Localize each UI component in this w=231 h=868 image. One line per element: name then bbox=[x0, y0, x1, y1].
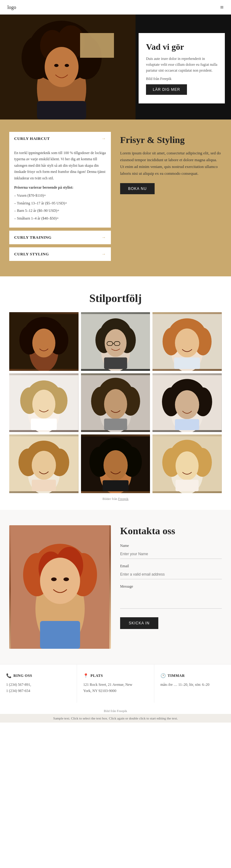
name-label: Name bbox=[120, 544, 222, 548]
portfolio-section: Stilportfölj bbox=[0, 276, 231, 510]
sample-bar: Sample text. Click to select the text bo… bbox=[0, 714, 231, 722]
portfolio-item-3 bbox=[152, 312, 222, 371]
service-tab-styling[interactable]: CURLY STYLING → bbox=[9, 247, 111, 261]
svg-point-46 bbox=[104, 389, 127, 419]
phone-icon: 📞 bbox=[6, 673, 12, 678]
pricing-item-2: – Tonåring 13–17 år ($5–95 USD)+ bbox=[14, 200, 106, 206]
footer-phone: 📞 RING OSS 1 (234) 567-891, 1 (234) 987-… bbox=[0, 664, 77, 703]
footer-phone-title: 📞 RING OSS bbox=[6, 673, 71, 678]
svg-rect-61 bbox=[32, 479, 56, 491]
portfolio-heading: Stilportfölj bbox=[9, 292, 222, 305]
svg-point-9 bbox=[65, 64, 69, 67]
contact-heading: Kontakta oss bbox=[120, 525, 222, 537]
email-field-group: Email bbox=[120, 564, 222, 579]
service-tab-haircut-arrow: → bbox=[102, 136, 106, 141]
footer-location-title: 📍 PLATS bbox=[83, 673, 148, 678]
service-tab-training[interactable]: CURLY TRAINING → bbox=[9, 231, 111, 244]
portfolio-item-5 bbox=[81, 373, 150, 432]
footer-hours-title: 🕐 TIMMAR bbox=[160, 673, 225, 678]
hero-title: Vad vi gör bbox=[146, 42, 218, 52]
svg-point-67 bbox=[104, 450, 128, 480]
services-section: CURLY HAIRCUT → En torrkl ippningsteknik… bbox=[0, 120, 231, 276]
footer-image-source: Bild från Freepik bbox=[0, 707, 231, 714]
portfolio-item-9 bbox=[152, 434, 222, 493]
svg-point-74 bbox=[176, 452, 199, 480]
message-field-group: Message bbox=[120, 584, 222, 610]
svg-point-16 bbox=[32, 329, 55, 358]
submit-button[interactable]: SKICKA IN bbox=[120, 617, 158, 629]
book-now-button[interactable]: BOKA NU bbox=[120, 183, 155, 194]
services-info: Frisyr & Styling Lorem ipsum dolor sit a… bbox=[120, 132, 222, 264]
hero-content-box: Vad vi gör Duis aute irure dolor in repr… bbox=[139, 33, 225, 103]
svg-rect-86 bbox=[40, 621, 80, 649]
service-haircut-description: En torrkl ippningsteknik som till 100 % … bbox=[14, 150, 106, 181]
portfolio-grid bbox=[9, 312, 222, 493]
service-tab-haircut-label: CURLY HAIRCUT bbox=[14, 136, 50, 141]
portfolio-item-2 bbox=[81, 312, 150, 371]
services-tabs: CURLY HAIRCUT → En torrkl ippningsteknik… bbox=[9, 132, 111, 264]
svg-point-8 bbox=[54, 64, 59, 67]
pricing-item-1: – Vuxen ($70-$110)+ bbox=[14, 192, 106, 198]
portfolio-item-8 bbox=[81, 434, 150, 493]
pricing-item-4: – Småbarn 1–4 år ($40–$50)+ bbox=[14, 215, 106, 221]
service-tab-haircut[interactable]: CURLY HAIRCUT → bbox=[9, 132, 111, 146]
service-tab-styling-arrow: → bbox=[102, 252, 106, 257]
service-tab-styling-label: CURLY STYLING bbox=[14, 252, 49, 257]
name-input[interactable] bbox=[120, 549, 222, 559]
portfolio-item-1 bbox=[9, 312, 79, 371]
contact-form: Name Email Message SKICKA IN bbox=[120, 544, 222, 629]
message-textarea[interactable] bbox=[120, 590, 222, 609]
email-label: Email bbox=[120, 564, 222, 568]
svg-point-84 bbox=[51, 578, 57, 581]
service-tab-training-arrow: → bbox=[102, 235, 106, 240]
portfolio-item-6 bbox=[152, 373, 222, 432]
svg-rect-33 bbox=[174, 357, 200, 369]
footer-hours: 🕐 TIMMAR mån–fre … 11–20, lör, sön: 6–20 bbox=[154, 664, 231, 703]
svg-rect-23 bbox=[104, 357, 127, 369]
svg-point-53 bbox=[175, 390, 199, 419]
svg-point-85 bbox=[64, 578, 69, 581]
message-label: Message bbox=[120, 584, 222, 589]
nav-menu-icon[interactable]: ≡ bbox=[220, 4, 224, 11]
location-icon: 📍 bbox=[83, 673, 89, 678]
hero-cta-button[interactable]: LÄR DIG MER bbox=[146, 84, 187, 95]
svg-rect-40 bbox=[31, 418, 57, 430]
footer-hours-line1: mån–fre … 11–20, lör, sön: 6–20 bbox=[160, 681, 225, 688]
service-tab-haircut-content: En torrkl ippningsteknik som till 100 % … bbox=[9, 146, 111, 227]
hero-description: Duis aute irure dolor in reprehenderit i… bbox=[146, 56, 218, 74]
contact-photo bbox=[9, 525, 111, 649]
footer-info: 📞 RING OSS 1 (234) 567-891, 1 (234) 987-… bbox=[0, 664, 231, 703]
footer-phone-line1: 1 (234) 567-891, bbox=[6, 681, 71, 688]
portfolio-source: Bilder från Freepik bbox=[9, 497, 222, 500]
email-input[interactable] bbox=[120, 570, 222, 579]
sample-bar-text: Sample text. Click to select the text bo… bbox=[53, 716, 178, 720]
clock-icon: 🕐 bbox=[160, 673, 166, 678]
footer-location: 📍 PLATS 121 Rock Sreet, 21 Avenue, New Y… bbox=[77, 664, 154, 703]
contact-photo-container bbox=[9, 525, 111, 649]
name-field-group: Name bbox=[120, 544, 222, 559]
services-heading: Frisyr & Styling bbox=[120, 134, 222, 146]
portfolio-item-4 bbox=[9, 373, 79, 432]
footer-location-line2: York, NY 92103-9000 bbox=[83, 688, 148, 694]
svg-point-32 bbox=[175, 329, 199, 358]
hero-accent-block bbox=[80, 33, 114, 58]
svg-point-60 bbox=[32, 451, 56, 480]
portfolio-source-link[interactable]: Freepik bbox=[118, 497, 129, 500]
svg-point-7 bbox=[45, 47, 79, 87]
service-tab-training-label: CURLY TRAINING bbox=[14, 235, 51, 240]
pricing-title: Priserna varierar beroende på stylist: bbox=[14, 184, 106, 190]
svg-rect-75 bbox=[176, 479, 199, 491]
nav-logo: logo bbox=[7, 5, 16, 10]
footer-phone-line2: 1 (234) 987-654 bbox=[6, 688, 71, 694]
svg-rect-47 bbox=[104, 418, 127, 430]
svg-point-39 bbox=[32, 390, 55, 419]
portfolio-item-7 bbox=[9, 434, 79, 493]
svg-point-83 bbox=[40, 558, 80, 604]
hero-section: Vad vi gör Duis aute irure dolor in repr… bbox=[0, 14, 231, 120]
svg-rect-10 bbox=[37, 101, 86, 120]
contact-section: Kontakta oss Name Email Message SKICKA I… bbox=[0, 510, 231, 664]
footer-location-line1: 121 Rock Sreet, 21 Avenue, New bbox=[83, 681, 148, 688]
svg-rect-68 bbox=[103, 480, 128, 491]
svg-rect-54 bbox=[175, 419, 199, 430]
hero-image-source: Bild från Freepik bbox=[146, 76, 218, 82]
